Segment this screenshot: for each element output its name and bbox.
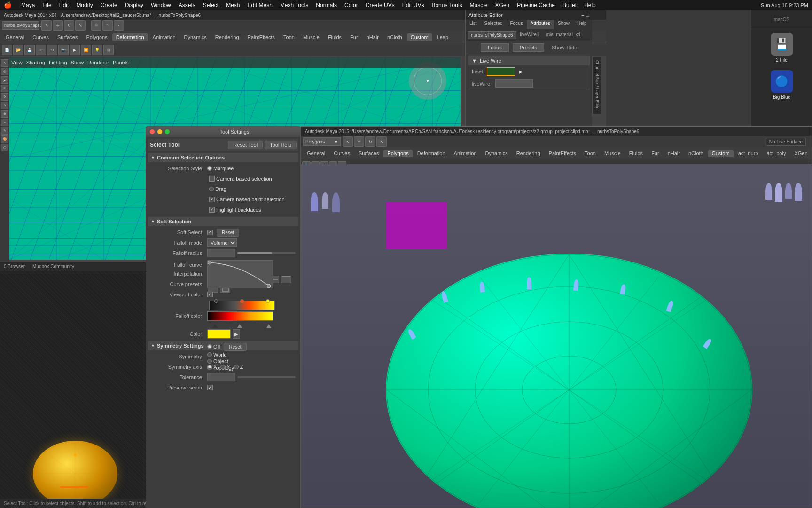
falloff-mode-select[interactable]: Volume bbox=[207, 238, 237, 247]
radio-symmetry-object[interactable]: Object bbox=[207, 358, 296, 364]
vc-marker-2[interactable] bbox=[240, 299, 244, 303]
sw-tab-ncloth[interactable]: nCloth bbox=[685, 150, 707, 157]
viewport-orientation-widget[interactable] bbox=[409, 62, 446, 100]
snap-grid[interactable]: ⊞ bbox=[91, 20, 102, 31]
s-tool-rotate[interactable]: ↻ bbox=[365, 136, 375, 147]
live-wire-header[interactable]: ▼ Live Wire bbox=[468, 56, 590, 65]
menu-xgen[interactable]: XGen bbox=[495, 2, 510, 8]
vp-panels[interactable]: Panels bbox=[113, 60, 129, 65]
attr-tab-attributes[interactable]: Attributes bbox=[527, 20, 554, 29]
sw-tab-actpoly[interactable]: act_poly bbox=[763, 150, 789, 157]
tl-close[interactable] bbox=[150, 129, 155, 134]
menu-mesh[interactable]: Mesh bbox=[226, 2, 240, 8]
s-tool-select[interactable]: ↖ bbox=[343, 136, 353, 147]
tool-scale2[interactable]: ⤡ bbox=[1, 102, 8, 109]
channel-box-tab[interactable]: Channel Box / Layer Editor bbox=[592, 57, 601, 114]
sw-tab-fluids[interactable]: Fluids bbox=[625, 150, 647, 157]
falloff-radius-slider[interactable] bbox=[237, 252, 296, 254]
shelf-tab-deformation[interactable]: Deformation bbox=[112, 33, 148, 41]
sw-tab-animation[interactable]: Animation bbox=[450, 150, 481, 157]
radio-drag[interactable]: Drag bbox=[209, 186, 226, 192]
bottom-viewport-canvas[interactable]: 0 Browser Mudbox Community bbox=[0, 262, 150, 508]
saucer-viewport[interactable] bbox=[0, 271, 150, 508]
menu-modify[interactable]: Modify bbox=[76, 2, 93, 8]
tool-rotate2[interactable]: ↻ bbox=[1, 93, 8, 101]
node-tab-3[interactable]: mia_material_x4 bbox=[543, 31, 583, 39]
tool-universal[interactable]: ⊕ bbox=[1, 110, 8, 118]
tb-redo[interactable]: ↪ bbox=[47, 45, 57, 55]
tb-new[interactable]: 📄 bbox=[2, 45, 12, 55]
snap-point[interactable]: • bbox=[114, 20, 124, 31]
shelf-tab-fluids[interactable]: Fluids bbox=[324, 33, 345, 41]
shelf-tab-fur[interactable]: Fur bbox=[346, 33, 362, 41]
tool-art-select[interactable]: ⬡ bbox=[1, 144, 8, 151]
shelf-tab-toon[interactable]: Toon bbox=[280, 33, 298, 41]
attr-minimize[interactable]: − bbox=[581, 12, 584, 18]
tool-move[interactable]: ✛ bbox=[53, 20, 63, 31]
sw-tab-polygons[interactable]: Polygons bbox=[383, 150, 412, 157]
tool-sculpt[interactable]: ✎ bbox=[1, 127, 8, 135]
preset-7[interactable] bbox=[281, 276, 291, 283]
sw-tab-dynamics[interactable]: Dynamics bbox=[482, 150, 512, 157]
snap-curve[interactable]: 〜 bbox=[102, 20, 113, 31]
livewire-input[interactable]: liveWire1 bbox=[495, 79, 533, 88]
node-tab-2[interactable]: liveWire1 bbox=[517, 31, 542, 39]
tool-scale[interactable]: ⤡ bbox=[75, 20, 86, 31]
attr-tab-help[interactable]: Help bbox=[573, 20, 591, 29]
tb-save[interactable]: 💾 bbox=[24, 45, 35, 55]
s-tool-move[interactable]: ✛ bbox=[354, 136, 364, 147]
sw-tab-nhair[interactable]: nHair bbox=[664, 150, 684, 157]
shelf-tab-surfaces[interactable]: Surfaces bbox=[54, 33, 81, 41]
menu-edit-mesh[interactable]: Edit Mesh bbox=[248, 2, 273, 8]
sw-tab-toon[interactable]: Toon bbox=[581, 150, 600, 157]
radio-symmetry-off[interactable]: Off bbox=[207, 344, 220, 349]
symmetry-reset-button[interactable]: Reset bbox=[224, 343, 246, 351]
tool-art-paint[interactable]: 🎨 bbox=[1, 135, 8, 143]
shelf-tab-custom[interactable]: Custom bbox=[407, 33, 432, 41]
vp-shading[interactable]: Shading bbox=[26, 60, 45, 65]
radio-axis-x[interactable]: X bbox=[207, 364, 217, 370]
camera-paint-checkbox[interactable]: Camera based paint selection bbox=[209, 197, 285, 202]
menu-mesh-tools[interactable]: Mesh Tools bbox=[280, 2, 308, 8]
tl-minimize[interactable] bbox=[157, 129, 162, 134]
shelf-tab-animation[interactable]: Animation bbox=[149, 33, 180, 41]
menu-bonus-tools[interactable]: Bonus Tools bbox=[431, 2, 462, 8]
menu-edit[interactable]: Edit bbox=[59, 2, 69, 8]
camera-based-checkbox[interactable]: Camera based selection bbox=[209, 176, 272, 182]
sw-tab-custom[interactable]: Custom bbox=[708, 150, 734, 157]
radio-marquee[interactable]: Marquee bbox=[207, 166, 234, 171]
tb-playblast[interactable]: ⏩ bbox=[81, 45, 91, 55]
menu-bullet[interactable]: Bullet bbox=[562, 2, 577, 8]
tolerance-slider[interactable] bbox=[237, 376, 296, 378]
shelf-tab-curves[interactable]: Curves bbox=[29, 33, 53, 41]
vp-view[interactable]: View bbox=[11, 60, 23, 65]
menu-assets[interactable]: Assets bbox=[179, 2, 195, 8]
menu-maya[interactable]: Maya bbox=[21, 2, 35, 8]
mac-file-icon[interactable]: 💾 2 File bbox=[751, 29, 812, 66]
vp-show[interactable]: Show bbox=[71, 60, 84, 65]
tb-render[interactable]: ▶ bbox=[70, 45, 80, 55]
shelf-tab-nhair[interactable]: nHair bbox=[363, 33, 383, 41]
sw-tab-surfaces[interactable]: Surfaces bbox=[355, 150, 383, 157]
tb-grid[interactable]: ⊞ bbox=[103, 45, 114, 55]
mode-dropdown[interactable]: nurbsToPolyShape6 ▼ bbox=[2, 21, 39, 30]
mac-bigblue-icon[interactable]: 🔵 Big Blue bbox=[751, 66, 812, 103]
fc-marker-3[interactable] bbox=[266, 324, 271, 328]
shelf-tab-dynamics[interactable]: Dynamics bbox=[180, 33, 211, 41]
menu-color[interactable]: Color bbox=[344, 2, 358, 8]
viewport-color-checkbox[interactable] bbox=[207, 292, 213, 297]
sw-tab-curves[interactable]: Curves bbox=[330, 150, 354, 157]
fc-marker-2[interactable] bbox=[237, 324, 242, 328]
sw-tab-deformation[interactable]: Deformation bbox=[414, 150, 449, 157]
menu-edit-uvs[interactable]: Edit UVs bbox=[402, 2, 424, 8]
sw-tab-rendering[interactable]: Rendering bbox=[513, 150, 544, 157]
focus-button[interactable]: Focus bbox=[481, 43, 509, 52]
menu-select[interactable]: Select bbox=[203, 2, 219, 8]
shelf-tab-general[interactable]: General bbox=[2, 33, 28, 41]
tool-help-button[interactable]: Tool Help bbox=[265, 141, 297, 149]
tool-soft-mod[interactable]: ~ bbox=[1, 119, 8, 126]
second-mode-dropdown[interactable]: Polygons ▼ bbox=[303, 137, 341, 146]
radio-symmetry-world[interactable]: World bbox=[207, 352, 296, 357]
shelf-tab-ncloth[interactable]: nCloth bbox=[383, 33, 406, 41]
apple-menu[interactable]: 🍎 bbox=[4, 1, 12, 9]
